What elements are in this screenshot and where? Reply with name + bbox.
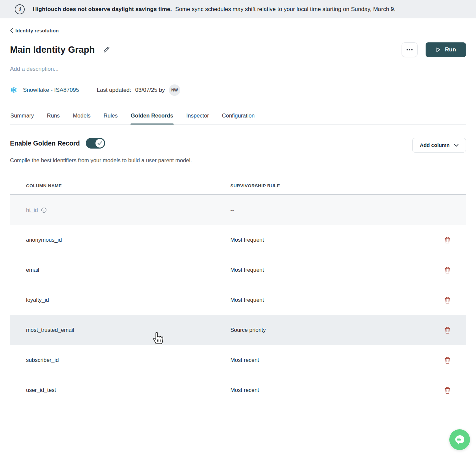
last-updated-label: Last updated: xyxy=(97,87,131,93)
banner-bold-text: Hightouch does not observe daylight savi… xyxy=(33,6,172,12)
description-placeholder[interactable]: Add a description... xyxy=(10,66,466,72)
column-name-cell: anonymous_id xyxy=(10,237,230,243)
golden-record-description: Compile the best identifiers from your m… xyxy=(10,157,466,164)
survivorship-rule-header: SURVIVORSHIP RULE xyxy=(230,183,443,188)
survivorship-rule-value[interactable]: Source priority xyxy=(230,327,443,333)
tab-golden-records[interactable]: Golden Records xyxy=(131,111,174,124)
edit-title-button[interactable] xyxy=(102,45,111,54)
breadcrumb-identity-resolution[interactable]: Identity resolution xyxy=(10,28,59,33)
chevron-down-icon xyxy=(454,144,459,147)
table-row-email: email Most frequent xyxy=(10,255,466,285)
banner-regular-text: Some sync schedules may shift relative t… xyxy=(175,6,396,12)
column-name-header: COLUMN NAME xyxy=(10,183,230,188)
table-row-user_id_test: user_id_test Most recent xyxy=(10,375,466,405)
chat-widget-button[interactable] xyxy=(449,429,470,450)
tab-models[interactable]: Models xyxy=(72,111,91,124)
trash-icon xyxy=(444,326,451,334)
table-row-most_trusted_email: most_trusted_email Source priority xyxy=(10,315,466,345)
trash-icon xyxy=(444,236,451,244)
tab-summary[interactable]: Summary xyxy=(10,111,34,124)
chat-bubble-icon xyxy=(454,434,465,445)
survivorship-rule-value[interactable]: Most recent xyxy=(230,357,443,363)
column-name-cell: user_id_test xyxy=(10,387,230,393)
tab-rules[interactable]: Rules xyxy=(103,111,118,124)
delete-column-button[interactable] xyxy=(443,385,452,395)
column-name-cell: most_trusted_email xyxy=(10,327,230,333)
source-link[interactable]: Snowflake - ISA87095 xyxy=(23,87,79,93)
toggle-knob xyxy=(95,139,104,148)
column-name-cell: email xyxy=(10,267,230,273)
add-column-label: Add column xyxy=(420,142,450,148)
more-options-button[interactable] xyxy=(402,42,418,57)
table-row-subscriber_id: subscriber_id Most recent xyxy=(10,345,466,375)
survivorship-rule-value[interactable]: Most frequent xyxy=(230,237,443,243)
column-name-text: loyalty_id xyxy=(26,297,49,303)
delete-column-button[interactable] xyxy=(443,265,452,275)
column-name-cell: subscriber_id xyxy=(10,357,230,363)
delete-column-button[interactable] xyxy=(443,355,452,365)
trash-icon xyxy=(444,387,451,394)
trash-icon xyxy=(444,357,451,364)
table-row-ht_id: ht_id -- xyxy=(10,195,466,225)
survivorship-rule-value[interactable]: Most recent xyxy=(230,387,443,393)
tab-configuration[interactable]: Configuration xyxy=(222,111,255,124)
trash-icon xyxy=(444,296,451,304)
pencil-icon xyxy=(103,46,110,53)
table-header-row: COLUMN NAME SURVIVORSHIP RULE xyxy=(10,177,466,195)
survivorship-rule-value[interactable]: Most frequent xyxy=(230,267,443,273)
column-name-cell: loyalty_id xyxy=(10,297,230,303)
last-updated-value: 03/07/25 by xyxy=(135,87,165,93)
column-name-text: subscriber_id xyxy=(26,357,59,363)
enable-golden-record-toggle[interactable] xyxy=(86,138,105,149)
play-icon xyxy=(436,47,441,52)
column-name-text: ht_id xyxy=(26,207,38,213)
delete-column-button[interactable] xyxy=(443,325,452,335)
table-body: ht_id -- anonymous_id Most frequent xyxy=(10,195,466,405)
tab-runs[interactable]: Runs xyxy=(47,111,60,124)
snowflake-icon: ❄ xyxy=(10,86,17,94)
dst-notice-banner: i Hightouch does not observe daylight sa… xyxy=(0,0,476,18)
delete-column-button[interactable] xyxy=(443,295,452,305)
chevron-left-icon xyxy=(10,28,13,33)
survivorship-rule-value[interactable]: Most frequent xyxy=(230,297,443,303)
check-icon xyxy=(97,141,102,145)
table-row-loyalty_id: loyalty_id Most frequent xyxy=(10,285,466,315)
tab-inspector[interactable]: Inspector xyxy=(186,111,209,124)
breadcrumb-label: Identity resolution xyxy=(15,28,59,33)
column-name-text: email xyxy=(26,267,39,273)
survivorship-rule-value: -- xyxy=(230,207,443,213)
page-title: Main Identity Graph xyxy=(10,45,95,55)
table-row-anonymous_id: anonymous_id Most frequent xyxy=(10,225,466,255)
tab-bar: Summary Runs Models Rules Golden Records… xyxy=(10,111,466,125)
info-icon[interactable] xyxy=(41,207,47,213)
add-column-button[interactable]: Add column xyxy=(412,138,466,153)
enable-golden-record-title: Enable Golden Record xyxy=(10,140,80,147)
trash-icon xyxy=(444,266,451,274)
info-icon: i xyxy=(15,4,25,14)
column-name-text: most_trusted_email xyxy=(26,327,74,333)
column-name-cell: ht_id xyxy=(10,207,230,213)
banner-text: Hightouch does not observe daylight savi… xyxy=(33,6,396,13)
column-name-text: user_id_test xyxy=(26,387,56,393)
column-name-text: anonymous_id xyxy=(26,237,62,243)
run-button[interactable]: Run xyxy=(426,42,466,57)
avatar: NW xyxy=(169,84,180,96)
run-button-label: Run xyxy=(445,46,456,53)
vertical-divider xyxy=(88,84,88,96)
ellipsis-icon xyxy=(407,49,408,50)
golden-record-columns-table: COLUMN NAME SURVIVORSHIP RULE ht_id -- a… xyxy=(10,177,466,405)
delete-column-button[interactable] xyxy=(443,235,452,245)
